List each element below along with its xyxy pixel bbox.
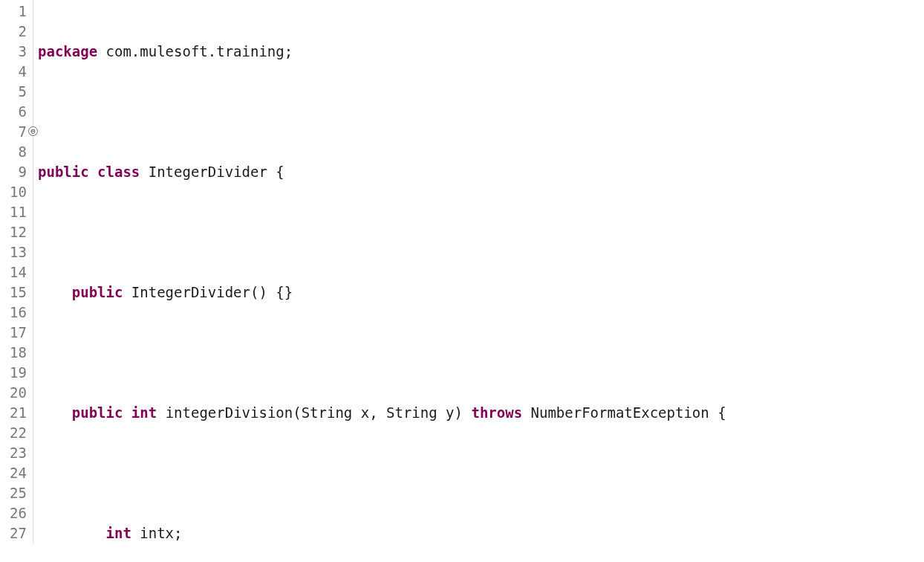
line-number: 11 [0, 202, 33, 222]
line-number: 16 [0, 303, 33, 323]
line-number: 13 [0, 242, 33, 262]
kw-public: public [38, 164, 89, 180]
ctor-name: IntegerDivider() [123, 284, 276, 300]
line-number: 1 [0, 1, 33, 22]
line-number: 17 [0, 323, 33, 343]
line-number: 27 [0, 523, 33, 543]
line-number: 3 [0, 42, 33, 62]
code-line[interactable]: int intx; [38, 523, 726, 543]
line-number: 22 [0, 423, 33, 443]
lbrace: { [276, 164, 284, 180]
line-number: 8 [0, 142, 33, 162]
class-name: IntegerDivider [140, 164, 276, 180]
fold-toggle-icon[interactable]: ⊖ [28, 126, 38, 136]
code-line[interactable]: public int integerDivision(String x, Str… [38, 403, 726, 423]
line-number: 18 [0, 343, 33, 363]
code-line[interactable]: public class IntegerDivider { [38, 162, 726, 182]
line-number: 19 [0, 363, 33, 383]
code-area[interactable]: package com.mulesoft.training; public cl… [33, 0, 726, 562]
line-number-gutter: 1 2 3 4 5 6 7 ⊖ 8 9 10 11 12 13 14 15 16… [0, 0, 33, 543]
kw-int: int [106, 525, 131, 541]
decl-intx: intx [131, 525, 174, 541]
line-number: 12 [0, 222, 33, 242]
kw-public: public [72, 284, 123, 300]
lbrace: { [718, 404, 726, 421]
line-number: 7 ⊖ [0, 122, 33, 142]
code-line[interactable] [38, 343, 726, 363]
code-line[interactable]: public IntegerDivider() {} [38, 282, 726, 303]
line-number: 4 [0, 62, 33, 82]
line-number: 24 [0, 463, 33, 483]
line-number: 25 [0, 483, 33, 503]
line-number: 26 [0, 503, 33, 523]
line-number: 15 [0, 282, 33, 303]
line-number: 2 [0, 22, 33, 42]
kw-class: class [97, 164, 140, 180]
line-number: 10 [0, 182, 33, 202]
kw-int: int [131, 404, 157, 421]
code-line[interactable] [38, 102, 726, 122]
line-number: 20 [0, 383, 33, 403]
semicolon: ; [284, 43, 293, 59]
line-number: 5 [0, 82, 33, 102]
line-number: 6 [0, 102, 33, 122]
line-number: 9 [0, 162, 33, 182]
code-line[interactable] [38, 463, 726, 483]
kw-public: public [72, 404, 123, 421]
line-number: 21 [0, 403, 33, 423]
throws-type: NumberFormatException [522, 404, 718, 421]
semicolon: ; [174, 525, 182, 541]
line-number: 23 [0, 443, 33, 463]
code-line[interactable]: package com.mulesoft.training; [38, 42, 726, 62]
ctor-body: {} [276, 284, 293, 300]
kw-package: package [38, 43, 97, 59]
method-name: integerDivision(String x, String y) [157, 404, 471, 421]
code-line[interactable] [38, 222, 726, 242]
kw-throws: throws [471, 404, 522, 421]
line-number: 14 [0, 262, 33, 282]
code-editor: 1 2 3 4 5 6 7 ⊖ 8 9 10 11 12 13 14 15 16… [0, 0, 924, 562]
package-name: com.mulesoft.training [97, 43, 284, 59]
